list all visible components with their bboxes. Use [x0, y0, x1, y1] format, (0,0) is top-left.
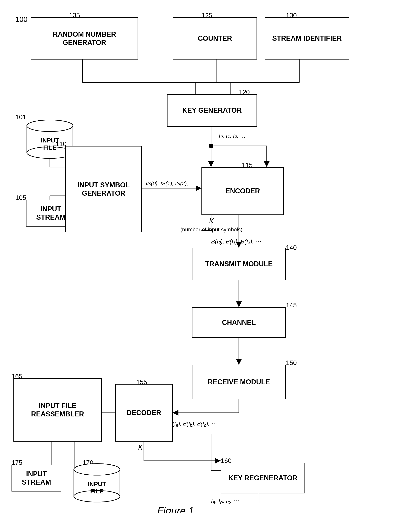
key-generator-box: KEY GENERATOR	[167, 94, 257, 127]
svg-marker-28	[236, 359, 242, 365]
k-label-decoder: K	[138, 444, 143, 452]
figure-caption: Figure 1	[157, 505, 194, 513]
ref-105: 105	[15, 194, 26, 201]
key-regenerator-box: KEY REGENERATOR	[221, 463, 305, 493]
k-note: (number of input symbols)	[180, 227, 242, 233]
key-regen-output: Ia, Ib, Ic, ⋯	[211, 497, 239, 505]
svg-point-9	[209, 144, 213, 148]
stream-identifier-box: STREAM IDENTIFIER	[265, 17, 349, 60]
encoder-box: ENCODER	[202, 167, 284, 215]
channel-box: CHANNEL	[192, 307, 286, 338]
input-stream-bottom-box: INPUT STREAM	[12, 465, 61, 491]
svg-marker-36	[215, 458, 221, 464]
svg-marker-16	[196, 185, 202, 191]
counter-box: COUNTER	[173, 17, 257, 60]
diagram-number: 100	[15, 15, 27, 24]
random-number-generator-box: RANDOM NUMBER GENERATOR	[31, 17, 138, 60]
is-sequence-label: IS(0), IS(1), IS(2),...	[146, 180, 193, 187]
key-sequence-label: I₀, I₁, I₂, …	[219, 132, 246, 139]
ref-101: 101	[15, 113, 26, 121]
svg-point-55	[74, 464, 120, 475]
svg-marker-26	[236, 301, 242, 307]
svg-marker-31	[173, 410, 179, 416]
svg-point-51	[27, 120, 73, 131]
receive-module-box: RECEIVE MODULE	[192, 365, 286, 399]
k-label-encoder: K	[209, 217, 214, 225]
encoder-output-label: B(I₀), B(I₁), B(I₂), ⋯	[211, 238, 261, 245]
svg-marker-11	[208, 161, 214, 167]
input-symbol-generator-box: INPUT SYMBOL GENERATOR	[65, 146, 142, 232]
decoder-box: DECODER	[115, 384, 173, 442]
ref-145: 145	[286, 301, 297, 309]
decoder-b-label: B(Ia), B(Ib), B(Ic), ⋯	[169, 421, 217, 428]
svg-marker-14	[264, 161, 270, 167]
diagram-container: 100 ↘ 135 125 130 RANDOM NUMBER GENERATO…	[0, 0, 420, 513]
ref-150: 150	[286, 359, 297, 367]
input-file-reassembler-box: INPUT FILE REASSEMBLER	[14, 378, 102, 442]
transmit-module-box: TRANSMIT MODULE	[192, 248, 286, 280]
ref-140: 140	[286, 244, 297, 251]
input-file-bottom-cylinder: INPUTFILE	[73, 463, 121, 505]
